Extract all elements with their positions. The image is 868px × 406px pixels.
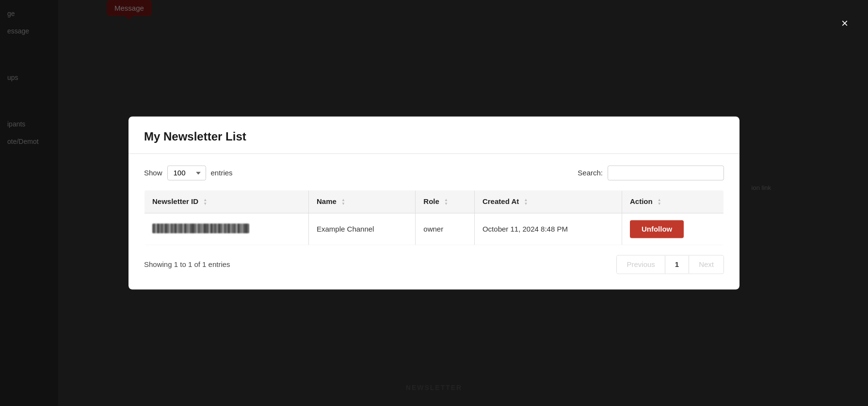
search-input[interactable]: [608, 165, 724, 180]
sort-created-at-icon[interactable]: [524, 199, 528, 206]
col-newsletter-id: Newsletter ID: [145, 190, 309, 213]
table-row: Example Channel owner October 11, 2024 8…: [145, 213, 724, 245]
show-label: Show: [144, 169, 162, 177]
page-1-button[interactable]: 1: [665, 256, 689, 274]
col-name-label: Name: [317, 197, 337, 205]
newsletter-table: Newsletter ID Name Role Created At: [144, 190, 724, 245]
cell-name: Example Channel: [309, 213, 416, 245]
table-body: Example Channel owner October 11, 2024 8…: [145, 213, 724, 245]
next-button[interactable]: Next: [689, 256, 723, 274]
cell-action: Unfollow: [622, 213, 723, 245]
pagination: Previous 1 Next: [616, 255, 724, 274]
created-at-value: October 11, 2024 8:48 PM: [482, 225, 568, 234]
previous-button[interactable]: Previous: [617, 256, 665, 274]
screen-close-button[interactable]: ×: [836, 15, 853, 32]
channel-name: Example Channel: [317, 225, 374, 234]
modal-header: My Newsletter List: [129, 116, 739, 154]
col-created-at: Created At: [474, 190, 622, 213]
search-label: Search:: [578, 169, 603, 177]
show-entries-group: Show 100 25 50 entries: [144, 165, 233, 180]
controls-row: Show 100 25 50 entries Search:: [144, 165, 724, 180]
footer-row: Showing 1 to 1 of 1 entries Previous 1 N…: [144, 255, 724, 274]
role-value: owner: [423, 225, 443, 234]
sort-name-icon[interactable]: [341, 199, 345, 206]
sort-newsletter-id-icon[interactable]: [203, 199, 207, 206]
showing-text: Showing 1 to 1 of 1 entries: [144, 261, 230, 269]
table-header: Newsletter ID Name Role Created At: [145, 190, 724, 213]
col-newsletter-id-label: Newsletter ID: [152, 197, 198, 205]
sort-role-icon[interactable]: [444, 199, 448, 206]
newsletter-modal: My Newsletter List Show 100 25 50 entrie…: [129, 116, 739, 289]
col-name: Name: [309, 190, 416, 213]
cell-newsletter-id: [145, 213, 309, 245]
entries-select[interactable]: 100 25 50: [167, 165, 206, 180]
search-group: Search:: [578, 165, 724, 180]
cell-created-at: October 11, 2024 8:48 PM: [474, 213, 622, 245]
modal-body: Show 100 25 50 entries Search: Newslette…: [129, 154, 739, 289]
col-role: Role: [416, 190, 475, 213]
modal-title: My Newsletter List: [144, 130, 724, 143]
col-action: Action: [622, 190, 723, 213]
col-created-at-label: Created At: [482, 197, 519, 205]
entries-label: entries: [211, 169, 233, 177]
unfollow-button[interactable]: Unfollow: [630, 220, 684, 238]
sort-action-icon[interactable]: [658, 199, 661, 206]
col-role-label: Role: [423, 197, 439, 205]
newsletter-id-value: [152, 224, 249, 234]
col-action-label: Action: [630, 197, 653, 205]
cell-role: owner: [416, 213, 475, 245]
